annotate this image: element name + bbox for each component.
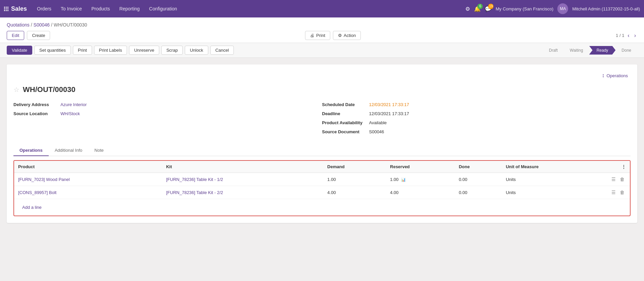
cell-uom-2: Units xyxy=(502,186,603,199)
validate-button[interactable]: Validate xyxy=(7,46,32,55)
operations-button[interactable]: Operations xyxy=(599,71,631,80)
delivery-address-row: Delivery Address Azure Interior xyxy=(13,102,315,107)
col-demand: Demand xyxy=(323,161,386,173)
source-document-row: Source Document S00046 xyxy=(322,129,624,134)
pagination-text: 1 / 1 xyxy=(616,33,624,38)
product-link-1[interactable]: [FURN_7023] Wood Panel xyxy=(18,177,70,182)
menu-to-invoice[interactable]: To Invoice xyxy=(57,4,86,13)
document-card: Operations ☆ WH/OUT/00030 Delivery Addre… xyxy=(7,64,637,223)
stage-waiting: Waiting xyxy=(564,46,589,54)
stage-ready: Ready xyxy=(589,46,616,55)
document-title-area: ☆ WH/OUT/00030 xyxy=(13,85,631,94)
form-fields: Delivery Address Azure Interior Source L… xyxy=(13,102,631,138)
chat-icon[interactable]: 💬 19 xyxy=(485,6,491,12)
print-button[interactable]: 🖨 Print xyxy=(305,31,330,40)
product-availability-value: Available xyxy=(369,120,387,125)
source-location-row: Source Location WH/Stock xyxy=(13,111,315,116)
stage-done: Done xyxy=(615,46,637,54)
delete-icon-1[interactable]: 🗑 xyxy=(618,176,626,183)
scrap-button[interactable]: Scrap xyxy=(161,46,183,55)
cell-product-2: [CONS_89957] Bolt xyxy=(14,186,162,199)
pagination-next[interactable]: › xyxy=(633,32,637,39)
pagination: 1 / 1 ‹ › xyxy=(616,32,637,39)
breadcrumb-quotations[interactable]: Quotations xyxy=(7,22,30,28)
cancel-button[interactable]: Cancel xyxy=(210,46,234,55)
delivery-address-label: Delivery Address xyxy=(13,102,60,107)
cell-reserved-1: 1.00 📊 xyxy=(386,173,455,186)
menu-configuration[interactable]: Configuration xyxy=(145,4,181,13)
set-quantities-button[interactable]: Set quantities xyxy=(34,46,71,55)
printer-icon: 🖨 xyxy=(310,33,314,38)
operations-label: Operations xyxy=(606,73,628,78)
breadcrumb-current: WH/OUT/00030 xyxy=(54,22,87,28)
action-button[interactable]: ⚙ Action xyxy=(333,31,361,40)
cell-product-1: [FURN_7023] Wood Panel xyxy=(14,173,162,186)
menu-orders[interactable]: Orders xyxy=(33,4,55,13)
settings-icon[interactable]: ⚙ xyxy=(465,6,470,12)
source-document-value: S00046 xyxy=(369,129,384,134)
main-content: Operations ☆ WH/OUT/00030 Delivery Addre… xyxy=(0,58,644,230)
table-row: [CONS_89957] Bolt [FURN_78236] Table Kit… xyxy=(14,186,630,199)
cell-actions-2: ☰ 🗑 xyxy=(603,186,630,199)
cell-done-1: 0.00 xyxy=(455,173,502,186)
avatar[interactable]: MA xyxy=(557,3,568,14)
user-name[interactable]: Mitchell Admin (11372002-15-0-all) xyxy=(572,6,640,11)
cell-actions-1: ☰ 🗑 xyxy=(603,173,630,186)
top-navigation: Sales Orders To Invoice Products Reporti… xyxy=(0,0,644,17)
add-line-button[interactable]: Add a line xyxy=(18,202,46,213)
deadline-row: Deadline 12/03/2021 17:33:17 xyxy=(322,111,624,116)
menu-reporting[interactable]: Reporting xyxy=(115,4,144,13)
edit-button[interactable]: Edit xyxy=(7,31,24,40)
tab-bar: Operations Additional Info Note xyxy=(13,145,631,156)
source-location-value[interactable]: WH/Stock xyxy=(60,111,80,116)
table-body: [FURN_7023] Wood Panel [FURN_78236] Tabl… xyxy=(14,173,630,216)
tab-additional-info[interactable]: Additional Info xyxy=(49,145,88,156)
operations-table: Product Kit Demand Reserved Done Unit of… xyxy=(13,160,631,216)
notifications-icon[interactable]: 🔔 6 xyxy=(474,6,481,12)
company-name[interactable]: My Company (San Francisco) xyxy=(496,6,553,11)
create-button[interactable]: Create xyxy=(27,31,50,40)
chart-icon-1[interactable]: 📊 xyxy=(401,178,406,182)
stage-draft: Draft xyxy=(543,46,564,54)
delivery-address-value[interactable]: Azure Interior xyxy=(60,102,87,107)
col-more[interactable]: ⋮ xyxy=(603,161,630,173)
unreserve-button[interactable]: Unreserve xyxy=(129,46,159,55)
card-top-right: Operations xyxy=(13,71,631,80)
kit-link-2[interactable]: [FURN_78236] Table Kit - 2/2 xyxy=(166,190,223,195)
col-reserved: Reserved xyxy=(386,161,455,173)
menu-products[interactable]: Products xyxy=(87,4,114,13)
deadline-value: 12/03/2021 17:33:17 xyxy=(369,111,409,116)
scheduled-date-row: Scheduled Date 12/03/2021 17:33:17 xyxy=(322,102,624,107)
notification-badge: 6 xyxy=(477,4,483,9)
col-done: Done xyxy=(455,161,502,173)
breadcrumb-bar: Quotations / S00046 / WH/OUT/00030 Edit … xyxy=(0,17,644,43)
pagination-prev[interactable]: ‹ xyxy=(626,32,631,39)
product-link-2[interactable]: [CONS_89957] Bolt xyxy=(18,190,56,195)
cell-demand-2: 4.00 xyxy=(323,186,386,199)
add-line-row: Add a line xyxy=(14,199,630,216)
unlock-button[interactable]: Unlock xyxy=(185,46,208,55)
action-bar: Edit Create 🖨 Print ⚙ Action 1 / 1 ‹ › xyxy=(7,31,637,40)
print-labels-button[interactable]: Print Labels xyxy=(94,46,127,55)
tab-note[interactable]: Note xyxy=(88,145,110,156)
form-col-right: Scheduled Date 12/03/2021 17:33:17 Deadl… xyxy=(322,102,631,138)
breadcrumb-s00046[interactable]: S00046 xyxy=(34,22,50,28)
detail-icon-1[interactable]: ☰ xyxy=(610,176,617,183)
product-availability-label: Product Availability xyxy=(322,120,369,125)
scheduled-date-label: Scheduled Date xyxy=(322,102,369,107)
form-col-left: Delivery Address Azure Interior Source L… xyxy=(13,102,322,138)
col-kit: Kit xyxy=(162,161,323,173)
tab-operations[interactable]: Operations xyxy=(13,145,49,156)
delete-icon-2[interactable]: 🗑 xyxy=(618,189,626,196)
source-location-label: Source Location xyxy=(13,111,60,116)
gear-icon: ⚙ xyxy=(338,33,342,38)
detail-icon-2[interactable]: ☰ xyxy=(610,189,617,196)
app-brand[interactable]: Sales xyxy=(4,5,27,12)
status-bar: Validate Set quantities Print Print Labe… xyxy=(0,43,644,58)
breadcrumb: Quotations / S00046 / WH/OUT/00030 xyxy=(7,22,637,28)
kit-link-1[interactable]: [FURN_78236] Table Kit - 1/2 xyxy=(166,177,223,182)
print-button-status[interactable]: Print xyxy=(73,46,92,55)
cell-reserved-2: 4.00 xyxy=(386,186,455,199)
cell-kit-2: [FURN_78236] Table Kit - 2/2 xyxy=(162,186,323,199)
favorite-star-icon[interactable]: ☆ xyxy=(13,86,19,94)
